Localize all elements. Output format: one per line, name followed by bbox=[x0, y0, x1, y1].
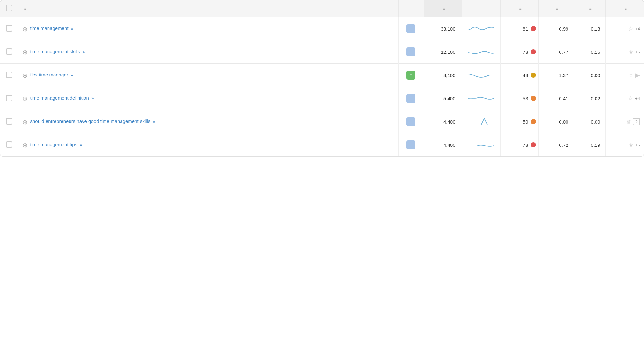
keyword-arrow-icon: » bbox=[153, 119, 155, 124]
com-cell: 0.16 bbox=[574, 40, 605, 64]
trend-cell bbox=[462, 64, 500, 87]
keyword-link[interactable]: time management bbox=[30, 25, 69, 31]
kd-value: 50 bbox=[523, 119, 528, 125]
table-row: ⊕ flex time manager » T8,100 48 1.370.00… bbox=[0, 64, 644, 87]
com-column-header: ≡ bbox=[574, 0, 605, 17]
intent-badge: I bbox=[406, 24, 415, 33]
sf-filter-icon[interactable]: ≡ bbox=[625, 6, 627, 11]
com-cell: 0.13 bbox=[574, 17, 605, 40]
trend-cell bbox=[462, 17, 500, 40]
keyword-link[interactable]: time management tips bbox=[30, 142, 77, 147]
intent-cell: I bbox=[398, 87, 424, 110]
kd-value: 81 bbox=[523, 26, 528, 32]
table-row: ⊕ should entrepreneurs have good time ma… bbox=[0, 110, 644, 133]
row-checkbox-5[interactable] bbox=[6, 141, 12, 148]
cpc-column-header: ≡ bbox=[538, 0, 574, 17]
cpc-value: 0.77 bbox=[559, 49, 568, 55]
add-keyword-icon[interactable]: ⊕ bbox=[22, 72, 28, 79]
keyword-arrow-icon: » bbox=[80, 142, 82, 147]
volume-cell: 33,100 bbox=[424, 17, 462, 40]
row-checkbox-0[interactable] bbox=[6, 25, 12, 32]
sf-extra-badge: +5 bbox=[635, 143, 640, 147]
row-checkbox-1[interactable] bbox=[6, 48, 12, 55]
com-value: 0.16 bbox=[591, 49, 600, 55]
com-value: 0.00 bbox=[591, 119, 600, 125]
sf-cell: ☆+4 bbox=[605, 87, 644, 110]
keyword-link[interactable]: time management definition bbox=[30, 95, 89, 101]
row-checkbox-3[interactable] bbox=[6, 95, 12, 101]
add-keyword-icon[interactable]: ⊕ bbox=[22, 48, 28, 56]
com-cell: 0.02 bbox=[574, 87, 605, 110]
sf-cell: ♛+5 bbox=[605, 40, 644, 64]
keyword-cell: ⊕ flex time manager » bbox=[18, 64, 398, 87]
cpc-value: 0.99 bbox=[559, 26, 568, 32]
kd-dot bbox=[531, 96, 536, 101]
keyword-column-header: ≡ bbox=[18, 0, 398, 17]
com-cell: 0.00 bbox=[574, 110, 605, 133]
trend-column-header bbox=[462, 0, 500, 17]
cpc-value: 1.37 bbox=[559, 73, 568, 78]
keyword-cell: ⊕ should entrepreneurs have good time ma… bbox=[18, 110, 398, 133]
row-checkbox-4[interactable] bbox=[6, 118, 12, 125]
kd-column-header: ≡ bbox=[500, 0, 538, 17]
intent-cell: I bbox=[398, 40, 424, 64]
intent-badge: I bbox=[406, 117, 415, 126]
volume-value: 5,400 bbox=[443, 96, 456, 101]
cpc-cell: 0.72 bbox=[538, 133, 574, 157]
sf-cell: ♛+5 bbox=[605, 133, 644, 157]
cpc-filter-icon[interactable]: ≡ bbox=[556, 6, 558, 11]
table-row: ⊕ time management » I33,100 81 0.990.13☆… bbox=[0, 17, 644, 40]
sf-cell: ☆+4 bbox=[605, 17, 644, 40]
select-all-checkbox[interactable] bbox=[6, 5, 12, 11]
kd-value: 53 bbox=[523, 96, 528, 101]
kd-filter-icon[interactable]: ≡ bbox=[519, 6, 521, 11]
intent-badge: I bbox=[406, 47, 415, 56]
keyword-table: ≡ ≡ bbox=[0, 0, 644, 157]
add-keyword-icon[interactable]: ⊕ bbox=[22, 25, 28, 33]
sf-star-icon: ☆ bbox=[628, 72, 633, 79]
add-keyword-icon[interactable]: ⊕ bbox=[22, 141, 28, 149]
cpc-cell: 1.37 bbox=[538, 64, 574, 87]
keyword-link[interactable]: flex time manager bbox=[30, 72, 68, 77]
intent-cell: I bbox=[398, 17, 424, 40]
intent-badge: T bbox=[406, 71, 415, 80]
volume-value: 12,100 bbox=[441, 49, 456, 55]
row-checkbox-2[interactable] bbox=[6, 72, 12, 78]
sf-column-header: ≡ bbox=[605, 0, 644, 17]
add-keyword-icon[interactable]: ⊕ bbox=[22, 95, 28, 103]
sf-cell: ♛? bbox=[605, 110, 644, 133]
cpc-value: 0.72 bbox=[559, 142, 568, 148]
trend-cell bbox=[462, 110, 500, 133]
cpc-value: 0.00 bbox=[559, 119, 568, 125]
table-row: ⊕ time management tips » I4,400 78 0.720… bbox=[0, 133, 644, 157]
kd-value: 48 bbox=[523, 73, 528, 78]
com-value: 0.19 bbox=[591, 142, 600, 148]
kd-cell: 78 bbox=[500, 133, 538, 157]
sf-question-icon: ? bbox=[633, 118, 640, 125]
trend-cell bbox=[462, 40, 500, 64]
kd-cell: 81 bbox=[500, 17, 538, 40]
cpc-cell: 0.00 bbox=[538, 110, 574, 133]
add-keyword-icon[interactable]: ⊕ bbox=[22, 118, 28, 126]
kd-cell: 50 bbox=[500, 110, 538, 133]
com-filter-icon[interactable]: ≡ bbox=[589, 6, 591, 11]
sf-star-icon: ☆ bbox=[628, 95, 633, 102]
intent-cell: I bbox=[398, 133, 424, 157]
volume-column-header: ≡ bbox=[424, 0, 462, 17]
keyword-link[interactable]: should entrepreneurs have good time mana… bbox=[30, 118, 150, 124]
kd-dot bbox=[531, 26, 536, 31]
select-all-header bbox=[0, 0, 18, 17]
kd-dot bbox=[531, 142, 536, 147]
intent-badge: I bbox=[406, 140, 415, 149]
com-value: 0.02 bbox=[591, 96, 600, 101]
trend-cell bbox=[462, 133, 500, 157]
volume-filter-icon[interactable]: ≡ bbox=[443, 6, 445, 11]
keyword-filter-icon[interactable]: ≡ bbox=[24, 6, 26, 11]
com-value: 0.00 bbox=[591, 73, 600, 78]
volume-cell: 5,400 bbox=[424, 87, 462, 110]
keyword-arrow-icon: » bbox=[71, 26, 73, 31]
volume-cell: 12,100 bbox=[424, 40, 462, 64]
volume-value: 4,400 bbox=[443, 119, 456, 125]
com-cell: 0.00 bbox=[574, 64, 605, 87]
keyword-link[interactable]: time management skills bbox=[30, 49, 80, 54]
